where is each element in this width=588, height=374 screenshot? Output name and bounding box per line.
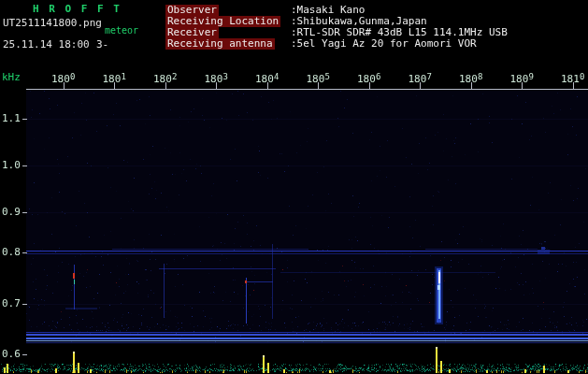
freq-tick-label: 0.6 <box>2 349 21 359</box>
time-tick-label: 1807 <box>409 74 432 85</box>
time-tick-label: 1810 <box>561 74 584 85</box>
freq-unit-label: kHz <box>2 72 21 82</box>
time-tick-label: 1800 <box>51 74 75 85</box>
freq-tick-label: 1.0 <box>2 160 21 170</box>
time-tick-label: 1802 <box>153 74 177 85</box>
time-tick-label: 1805 <box>307 74 330 85</box>
time-tick-label: 1801 <box>103 74 126 85</box>
freq-tick-label: 0.9 <box>2 207 21 217</box>
time-tick-label: 1809 <box>510 74 534 85</box>
time-tick-label: 1804 <box>255 74 279 85</box>
spectrogram-canvas <box>0 0 588 374</box>
freq-tick-label: 1.1 <box>2 113 21 123</box>
time-tick-label: 1808 <box>459 74 482 85</box>
hrofft-window: H R O F F T UT2511141800.png meteor 25.1… <box>0 0 588 374</box>
header-info-row-antenna: Receiving antenna :5el Yagi Az 20 for Ao… <box>0 38 588 50</box>
freq-tick-label: 0.7 <box>2 298 21 309</box>
info-label: Receiving antenna <box>165 38 275 50</box>
time-tick-label: 1806 <box>357 74 380 85</box>
time-tick-label: 1803 <box>205 74 228 85</box>
freq-tick-label: 0.8 <box>2 247 21 257</box>
info-value: :5el Yagi Az 20 for Aomori VOR <box>291 38 477 50</box>
